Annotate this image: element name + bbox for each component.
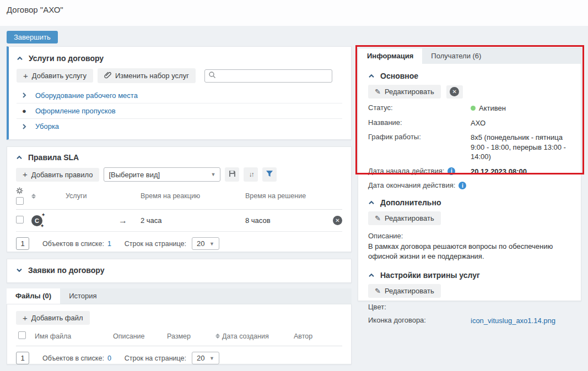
field-color: Цвет: [368, 303, 571, 311]
rows-per-page-select[interactable]: 20 ▼ [192, 352, 219, 364]
gear-icon[interactable] [16, 187, 23, 196]
edit-main-button[interactable]: ✎ Редактировать [368, 85, 441, 99]
page-title: Договор "АХО" [7, 5, 63, 14]
column-header-created[interactable]: Дата создания [222, 332, 269, 340]
bullet-icon: ● [21, 107, 28, 115]
chevron-down-icon: ▼ [211, 172, 216, 177]
list-item: ● Оформление пропусков [17, 103, 342, 118]
edit-service-set-label: Изменить набор услуг [115, 72, 189, 80]
cancel-button[interactable]: ✕ [446, 85, 463, 99]
field-label: Иконка договора: [368, 316, 471, 326]
column-header-filename[interactable]: Имя файла [33, 332, 111, 340]
plus-icon: + [23, 73, 28, 79]
row-checkbox[interactable] [16, 216, 24, 223]
field-contract-icon: Иконка договора: icon_vituslug_axo1.14.p… [368, 316, 571, 326]
sla-view-select-value: [Выберите вид] [109, 171, 160, 179]
column-header-size[interactable]: Размер [165, 332, 213, 340]
collapse-up-icon[interactable] [17, 56, 23, 61]
select-all-checkbox[interactable] [18, 331, 26, 339]
field-schedule: График работы: 8x5 (понедельник - пятниц… [368, 133, 571, 162]
edit-storefront-button[interactable]: ✎ Редактировать [368, 284, 441, 298]
service-link[interactable]: Оборудование рабочего места [35, 91, 138, 100]
filter-button[interactable] [262, 167, 277, 182]
add-rule-button[interactable]: + Добавить правило [16, 168, 99, 182]
tab-history[interactable]: История [60, 288, 105, 304]
collapse-up-icon[interactable] [368, 74, 375, 78]
field-value: 20.12.2023 08:00 [471, 167, 571, 177]
plus-icon: + [23, 315, 28, 321]
collapse-up-icon[interactable] [368, 273, 375, 277]
add-file-button[interactable]: + Добавить файл [16, 311, 90, 325]
column-header-reaction[interactable]: Время на реакцию [134, 192, 239, 200]
service-link[interactable]: Уборка [35, 122, 59, 130]
field-value [466, 181, 571, 189]
objects-count-label: Объектов в списке: [42, 354, 104, 362]
edit-main-label: Редактировать [385, 88, 434, 96]
collapse-down-icon[interactable] [16, 268, 23, 272]
service-search [204, 69, 332, 83]
delete-rule-icon[interactable]: ✕ [333, 216, 342, 225]
chevron-down-icon: ▼ [209, 241, 214, 247]
column-header-author[interactable]: Автор [292, 332, 342, 340]
column-header-description[interactable]: Описание [111, 332, 165, 340]
files-tabbar: Файлы (0) История [7, 288, 352, 304]
contract-icon-link[interactable]: icon_vituslug_axo1.14.png [471, 317, 555, 325]
field-status: Статус: Активен [368, 103, 571, 113]
rows-per-page-select[interactable]: 20 ▼ [192, 237, 219, 250]
field-label: Цвет: [368, 303, 471, 311]
list-item: Уборка [17, 118, 342, 134]
service-list: Оборудование рабочего места ● Оформление… [17, 88, 342, 134]
sort-toggle-icon[interactable] [215, 334, 220, 339]
field-end-date: Дата окончания действия:i [368, 181, 571, 189]
sort-button[interactable]: ↓↑ [244, 167, 258, 182]
tab-recipients[interactable]: Получатели (6) [422, 48, 490, 64]
info-icon[interactable]: i [447, 167, 455, 175]
select-all-checkbox[interactable] [16, 197, 24, 205]
chevron-down-icon: ▼ [209, 356, 214, 361]
tab-files[interactable]: Файлы (0) [7, 288, 60, 304]
filter-icon [266, 170, 273, 179]
rows-per-page-value: 20 [197, 239, 204, 248]
column-header-resolution[interactable]: Время на решение [239, 192, 323, 200]
finish-button[interactable]: Завершить [7, 31, 58, 43]
description-label: Описание: [368, 232, 571, 240]
top-bar: Договор "АХО" [0, 0, 588, 26]
edit-additional-button[interactable]: ✎ Редактировать [368, 211, 441, 225]
tab-information[interactable]: Информация [358, 48, 422, 64]
field-value: 8x5 (понедельник - пятница 9:00 - 18:00,… [471, 133, 571, 162]
sla-view-select[interactable]: [Выберите вид] ▼ [104, 167, 220, 182]
field-value: АХО [471, 118, 571, 128]
add-service-button[interactable]: + Добавить услугу [17, 69, 93, 83]
resolution-time-value: 8 часов [239, 216, 323, 225]
storefront-section-title: Настройки витрины услуг [380, 271, 480, 280]
service-search-input[interactable] [219, 72, 328, 80]
search-icon [208, 71, 216, 81]
field-label: Дата начала действия: [368, 167, 444, 175]
collapse-up-icon[interactable] [16, 155, 23, 160]
sla-pagination: 1 Объектов в списке: 1 Строк на странице… [16, 237, 342, 250]
description-text: В рамках договора решаются вопросы по об… [368, 242, 571, 261]
collapse-up-icon[interactable] [368, 200, 375, 205]
sla-panel-title: Правила SLA [28, 153, 79, 162]
table-row: C ✦ ✦ → 2 часа 8 часов ✕ [16, 210, 342, 232]
page-number-button[interactable]: 1 [16, 352, 29, 364]
info-panel: Информация Получатели (6) Основное ✎ Ред… [358, 48, 581, 301]
column-header-services[interactable]: Услуги [51, 192, 134, 200]
field-label: Дата окончания действия: [368, 181, 455, 189]
sort-icon: ↓↑ [249, 171, 253, 178]
page-number-button[interactable]: 1 [16, 237, 29, 250]
service-link[interactable]: Оформление пропусков [35, 107, 116, 115]
sort-toggle-icon[interactable] [31, 194, 51, 199]
info-icon[interactable]: i [458, 182, 466, 189]
chevron-right-icon[interactable] [21, 92, 28, 99]
edit-service-set-button[interactable]: Изменить набор услуг [98, 68, 196, 83]
save-icon [229, 170, 236, 179]
save-view-button[interactable] [225, 167, 239, 182]
add-service-label: Добавить услугу [32, 72, 87, 80]
objects-count-value: 1 [107, 240, 111, 248]
field-label: Название: [368, 118, 471, 128]
service-copy-icon[interactable]: C ✦ ✦ [31, 215, 42, 226]
edit-storefront-label: Редактировать [385, 287, 434, 295]
chevron-right-icon[interactable] [21, 123, 28, 130]
services-panel-title: Услуги по договору [29, 54, 104, 63]
